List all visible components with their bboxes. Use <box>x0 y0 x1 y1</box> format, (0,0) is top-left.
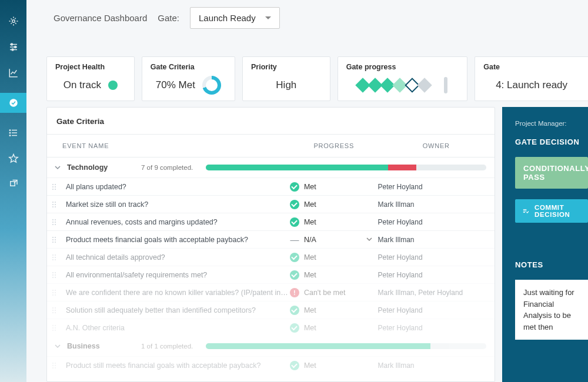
table-row[interactable]: We are confident there are no known kill… <box>47 283 495 301</box>
criteria-name: All environmental/safety requirements me… <box>61 271 290 279</box>
table-row[interactable]: Product meets financial goals with accep… <box>47 230 495 248</box>
svg-point-23 <box>55 222 56 223</box>
table-row[interactable]: Product still meets financial goals with… <box>47 356 495 374</box>
svg-point-26 <box>52 237 54 238</box>
card-priority: Priority High <box>242 56 330 101</box>
svg-point-44 <box>52 290 54 291</box>
svg-point-31 <box>55 242 56 243</box>
drag-handle-icon[interactable] <box>47 201 61 208</box>
col-event-name: EVENT NAME <box>47 142 290 149</box>
svg-point-17 <box>55 204 56 205</box>
card-gate-progress: Gate progress <box>338 56 468 101</box>
status-text: Met <box>304 200 316 209</box>
nav-export-icon[interactable] <box>8 179 19 190</box>
drag-handle-icon[interactable] <box>47 183 61 190</box>
svg-point-14 <box>52 202 54 203</box>
svg-point-60 <box>52 330 54 331</box>
criteria-progress[interactable]: Met <box>290 306 378 315</box>
status-met-icon <box>290 361 299 370</box>
svg-point-41 <box>55 274 56 276</box>
criteria-name: Product meets financial goals with accep… <box>61 236 290 244</box>
nav-star-icon[interactable] <box>8 153 19 165</box>
drag-handle-icon[interactable] <box>47 307 61 314</box>
nav-sliders-icon[interactable] <box>8 41 19 53</box>
card-gate: Gate 4: Launch ready <box>475 56 588 101</box>
criteria-name: Product still meets financial goals with… <box>61 361 290 370</box>
drag-handle-icon[interactable] <box>47 272 61 279</box>
svg-point-3 <box>12 49 14 51</box>
nav-gear-icon[interactable] <box>8 15 19 27</box>
svg-point-46 <box>52 292 54 293</box>
card-value: On track <box>64 79 101 91</box>
criteria-name: Annual revenues, costs and margins updat… <box>61 218 290 226</box>
chevron-down-icon[interactable] <box>52 165 64 170</box>
commit-decision-button[interactable]: COMMIT DECISION <box>515 199 588 223</box>
svg-point-65 <box>55 365 56 366</box>
criteria-progress[interactable]: Met <box>290 182 378 192</box>
card-label: Gate progress <box>346 63 459 71</box>
svg-point-33 <box>55 254 56 256</box>
svg-point-2 <box>14 46 16 48</box>
status-text: Met <box>304 218 316 226</box>
svg-point-25 <box>55 224 56 225</box>
table-header: EVENT NAME PROGRESS OWNER <box>47 134 495 158</box>
group-count: 1 of 1 completed. <box>141 343 193 350</box>
card-project-health: Project Health On track <box>46 56 135 101</box>
drag-handle-icon[interactable] <box>47 236 61 243</box>
criteria-progress[interactable]: Met <box>290 361 378 370</box>
svg-point-57 <box>55 325 56 326</box>
scroll-indicator-icon <box>444 77 447 93</box>
criteria-progress[interactable]: —N/A <box>290 235 378 244</box>
drag-handle-icon[interactable] <box>47 219 61 226</box>
status-na-icon: — <box>290 235 299 244</box>
gate-select[interactable]: Launch Ready <box>190 7 280 29</box>
criteria-name: Market size still on track? <box>61 200 290 209</box>
criteria-progress[interactable]: !Can't be met <box>290 288 378 297</box>
svg-point-12 <box>52 189 54 190</box>
chevron-down-icon[interactable] <box>52 343 64 349</box>
commit-icon <box>522 206 529 216</box>
table-row[interactable]: Solution still adequately better than id… <box>47 301 495 319</box>
nav-check-icon[interactable] <box>0 93 26 113</box>
criteria-progress[interactable]: Met <box>290 217 378 227</box>
criteria-name: All plans updated? <box>61 183 290 191</box>
nav-list-icon[interactable] <box>8 127 19 139</box>
drag-handle-icon[interactable] <box>47 324 61 331</box>
drag-handle-icon[interactable] <box>47 254 61 261</box>
group-row[interactable]: Business1 of 1 completed. <box>47 336 495 356</box>
svg-point-11 <box>55 186 56 187</box>
project-manager-label: Project Manager: <box>515 120 588 127</box>
notes-textarea[interactable]: Just waiting for Financial Analysis to b… <box>515 280 588 340</box>
gate-filter-label: Gate: <box>158 13 179 23</box>
page-title: Governance Dashboard <box>54 13 147 23</box>
criteria-progress[interactable]: Met <box>290 253 378 262</box>
table-row[interactable]: Market size still on track?MetMark Illma… <box>47 195 495 213</box>
table-row[interactable]: All plans updated?MetPeter Hoyland <box>47 177 495 195</box>
criteria-progress[interactable]: Met <box>290 323 378 333</box>
criteria-progress[interactable]: Met <box>290 270 378 280</box>
criteria-owner: Peter Hoyland <box>378 324 495 332</box>
nav-chart-icon[interactable] <box>8 67 19 79</box>
gate-criteria-panel: Gate Criteria EVENT NAME PROGRESS OWNER … <box>46 107 495 382</box>
status-text: Met <box>304 253 316 262</box>
svg-point-1 <box>11 43 12 45</box>
group-progress-bar <box>206 165 486 170</box>
table-row[interactable]: A.N. Other criteriaMetPeter Hoyland <box>47 319 495 336</box>
table-body: Technology7 of 9 completed.All plans upd… <box>47 158 495 374</box>
chevron-down-icon[interactable] <box>366 236 372 244</box>
status-met-icon <box>290 253 299 262</box>
table-row[interactable]: Annual revenues, costs and margins updat… <box>47 213 495 230</box>
criteria-owner: Peter Hoyland <box>378 183 495 191</box>
drag-handle-icon[interactable] <box>47 289 61 296</box>
group-row[interactable]: Technology7 of 9 completed. <box>47 158 495 177</box>
criteria-progress[interactable]: Met <box>290 200 378 209</box>
criteria-owner: Mark Illman <box>378 361 495 370</box>
table-row[interactable]: All environmental/safety requirements me… <box>47 266 495 283</box>
svg-point-19 <box>55 206 56 207</box>
svg-point-50 <box>52 307 54 309</box>
drag-handle-icon[interactable] <box>47 362 61 369</box>
svg-point-8 <box>52 184 54 185</box>
table-row[interactable]: All technical details approved?MetPeter … <box>47 248 495 266</box>
svg-point-13 <box>55 189 56 190</box>
criteria-owner: Mark Illman <box>378 200 495 209</box>
